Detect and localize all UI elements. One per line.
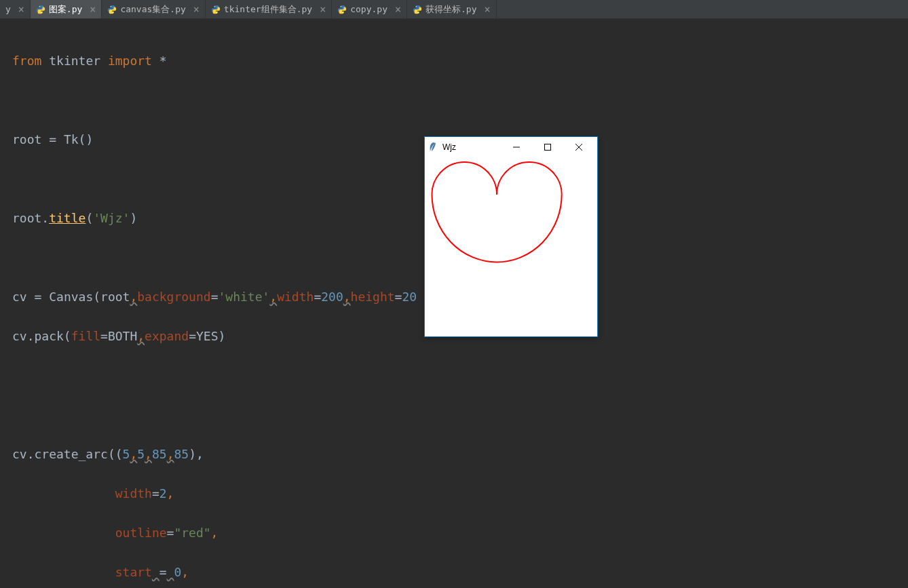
- close-icon[interactable]: ×: [484, 3, 490, 16]
- window-title: Wjz: [442, 142, 501, 152]
- close-button[interactable]: [563, 137, 594, 157]
- window-titlebar[interactable]: Wjz: [425, 137, 597, 157]
- svg-point-2: [111, 6, 111, 7]
- svg-point-8: [416, 6, 417, 7]
- tab-tuan[interactable]: 图案.py ×: [31, 0, 102, 18]
- maximize-button[interactable]: [532, 137, 563, 157]
- tkinter-window[interactable]: Wjz: [424, 136, 598, 337]
- svg-point-0: [39, 6, 39, 7]
- python-file-icon: [211, 5, 221, 14]
- close-icon[interactable]: ×: [193, 3, 200, 16]
- tab-label: copy.py: [350, 4, 387, 14]
- close-icon[interactable]: ×: [320, 3, 326, 16]
- tab-partial[interactable]: y ×: [0, 0, 31, 18]
- svg-point-4: [214, 6, 214, 7]
- tab-label: 获得坐标.py: [425, 3, 476, 16]
- tab-bar: y × 图案.py × canvas集合.py × tkinter组件集合.py…: [0, 0, 908, 19]
- tab-label: canvas集合.py: [120, 3, 185, 16]
- tab-label: tkinter组件集合.py: [224, 3, 312, 16]
- svg-point-5: [216, 12, 217, 12]
- svg-point-6: [341, 6, 341, 7]
- close-icon[interactable]: ×: [395, 3, 401, 16]
- svg-rect-11: [545, 144, 551, 151]
- tab-canvas[interactable]: canvas集合.py ×: [102, 0, 205, 18]
- python-file-icon: [107, 5, 117, 14]
- tab-tkinter[interactable]: tkinter组件集合.py ×: [206, 0, 332, 18]
- python-file-icon: [413, 5, 422, 14]
- python-file-icon: [337, 5, 347, 14]
- svg-point-3: [113, 12, 114, 12]
- close-icon[interactable]: ×: [18, 3, 24, 16]
- svg-point-9: [418, 12, 419, 12]
- heart-shape: [425, 157, 597, 336]
- tab-label: 图案.py: [49, 3, 82, 16]
- tab-coords[interactable]: 获得坐标.py ×: [407, 0, 497, 18]
- window-controls: [501, 137, 594, 157]
- svg-point-7: [343, 12, 343, 12]
- minimize-button[interactable]: [501, 137, 532, 157]
- tkinter-canvas: [425, 157, 597, 336]
- tk-feather-icon: [428, 142, 438, 153]
- close-icon[interactable]: ×: [90, 3, 96, 16]
- python-file-icon: [36, 5, 45, 14]
- svg-point-1: [41, 12, 42, 12]
- tab-label: y: [5, 4, 11, 14]
- tab-copy[interactable]: copy.py ×: [332, 0, 407, 18]
